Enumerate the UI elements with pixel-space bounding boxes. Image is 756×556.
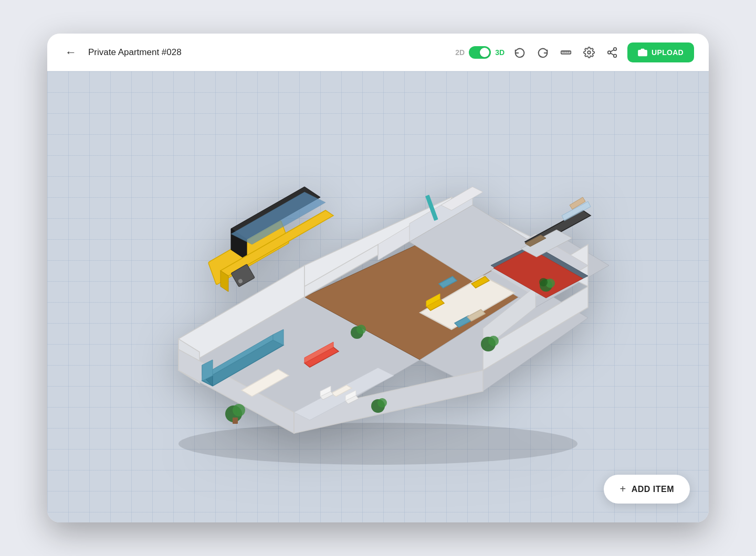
svg-point-60: [233, 404, 245, 416]
floor-plan-svg: [126, 119, 630, 475]
svg-point-11: [641, 51, 644, 54]
measure-button[interactable]: [558, 45, 574, 60]
camera-icon: [638, 48, 647, 57]
share-icon: [606, 47, 618, 58]
add-item-button[interactable]: + ADD ITEM: [604, 475, 690, 504]
app-container: ← Private Apartment #028 2D 3D: [47, 34, 709, 522]
undo-icon: [514, 47, 526, 58]
view-toggle-switch[interactable]: [469, 46, 491, 59]
svg-rect-61: [233, 418, 238, 424]
upload-button[interactable]: UPLOAD: [627, 42, 694, 62]
redo-button[interactable]: [535, 45, 551, 60]
svg-point-12: [178, 423, 578, 465]
redo-icon: [537, 47, 549, 58]
header-bar: ← Private Apartment #028 2D 3D: [47, 34, 709, 71]
measure-icon: [560, 47, 572, 58]
undo-button[interactable]: [512, 45, 528, 60]
share-button[interactable]: [604, 45, 620, 60]
svg-point-50: [539, 278, 548, 286]
back-arrow-icon: ←: [65, 46, 77, 59]
svg-point-80: [356, 325, 366, 334]
svg-line-9: [611, 53, 614, 55]
svg-line-10: [611, 49, 614, 51]
toggle-knob: [480, 48, 489, 57]
back-button[interactable]: ←: [62, 42, 80, 62]
svg-point-70: [488, 336, 499, 346]
floor-plan-viewport: [47, 71, 709, 522]
canvas-area[interactable]: + ADD ITEM: [47, 71, 709, 522]
svg-point-78: [377, 398, 387, 408]
project-title: Private Apartment #028: [88, 47, 447, 58]
3d-label: 3D: [495, 48, 505, 57]
add-item-label: ADD ITEM: [632, 485, 674, 494]
2d-label: 2D: [455, 48, 465, 57]
view-toggle: 2D 3D: [455, 46, 505, 59]
toolbar-right: 2D 3D: [455, 42, 694, 62]
svg-point-5: [587, 51, 591, 54]
plus-icon: +: [620, 483, 626, 495]
settings-button[interactable]: [581, 45, 597, 60]
upload-label: UPLOAD: [652, 48, 684, 57]
gear-icon: [583, 47, 595, 58]
